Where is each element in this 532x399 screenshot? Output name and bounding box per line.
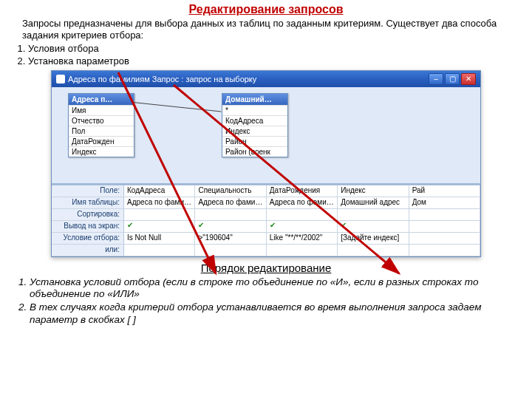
grid-cell[interactable]	[267, 245, 338, 256]
table-field[interactable]: Район	[222, 136, 287, 146]
grid-cell[interactable]: ДатаРождения	[267, 185, 338, 197]
grid-checkbox[interactable]	[195, 221, 266, 232]
minimize-button[interactable]: –	[429, 73, 443, 85]
table-title: Домашний…	[222, 94, 287, 105]
grid-label-or: или:	[52, 245, 124, 256]
grid-cell[interactable]	[338, 209, 409, 220]
grid-checkbox[interactable]	[124, 221, 195, 232]
grid-cell[interactable]: Дом	[409, 197, 480, 208]
table-field[interactable]: Отчество	[69, 115, 134, 126]
window-caption: Адреса по фамилиям Запрос : запрос на вы…	[68, 75, 256, 83]
grid-cell[interactable]: >"190604"	[195, 233, 266, 244]
grid-cell[interactable]: Рай	[409, 185, 480, 197]
list-item: Условия отбора	[28, 42, 532, 55]
table-field[interactable]: КодАдреса	[222, 115, 287, 126]
intro-text: Запросы предназначены для выбора данных …	[0, 18, 532, 42]
app-icon	[56, 75, 65, 83]
grid-cell[interactable]: Like "**/**/2002"	[267, 233, 338, 244]
grid-cell[interactable]: Домашний адрес	[338, 197, 409, 208]
close-button[interactable]: ✕	[461, 73, 476, 85]
query-editor-window: Адреса по фамилиям Запрос : запрос на вы…	[51, 70, 481, 257]
grid-cell[interactable]: Индекс	[338, 185, 409, 197]
table-field[interactable]: Имя	[69, 105, 134, 115]
window-titlebar: Адреса по фамилиям Запрос : запрос на вы…	[52, 71, 480, 87]
grid-label-table: Имя таблицы:	[52, 197, 124, 208]
table-field[interactable]: Индекс	[69, 146, 134, 157]
grid-checkbox[interactable]	[409, 221, 480, 232]
grid-cell[interactable]: Адреса по фамили	[124, 197, 195, 208]
grid-cell[interactable]: [Задайте индекс]	[338, 233, 409, 244]
grid-cell[interactable]	[124, 209, 195, 220]
grid-cell[interactable]	[338, 245, 409, 256]
maximize-button[interactable]: ▢	[445, 73, 460, 85]
grid-checkbox[interactable]	[267, 221, 338, 232]
table-field[interactable]: Пол	[69, 126, 134, 136]
table-box-2[interactable]: Домашний… * КодАдреса Индекс Район Район…	[222, 93, 288, 157]
table-field[interactable]: Индекс	[222, 126, 287, 136]
sub-heading: Порядок редактирование	[0, 262, 532, 274]
list-item: В тех случаях когда критерий отбора уста…	[30, 301, 511, 327]
grid-label-field: Поле:	[52, 185, 124, 197]
table-field[interactable]: ДатаРожден	[69, 136, 134, 146]
grid-cell[interactable]	[409, 233, 480, 244]
grid-cell[interactable]	[267, 209, 338, 220]
grid-cell[interactable]: Специальность	[195, 185, 266, 197]
grid-cell[interactable]	[195, 209, 266, 220]
grid-cell[interactable]: Is Not Null	[124, 233, 195, 244]
grid-checkbox[interactable]	[338, 221, 409, 232]
grid-label-sort: Сортировка:	[52, 209, 124, 220]
relation-line	[133, 102, 221, 112]
grid-cell[interactable]: Адреса по фамили	[195, 197, 266, 208]
page-title: Редактирование запросов	[0, 0, 532, 18]
relations-pane: Адреса п… Имя Отчество Пол ДатаРожден Ин…	[52, 87, 480, 185]
grid-cell[interactable]	[124, 245, 195, 256]
table-title: Адреса п…	[69, 94, 134, 105]
grid-label-cond: Условие отбора:	[52, 233, 124, 244]
grid-cell[interactable]: КодАдреса	[124, 185, 195, 197]
table-field[interactable]: *	[222, 105, 287, 115]
grid-cell[interactable]	[409, 245, 480, 256]
table-field[interactable]: Район (военк	[222, 146, 287, 157]
grid-cell[interactable]	[409, 209, 480, 220]
grid-cell[interactable]: Адреса по фамили	[267, 197, 338, 208]
query-grid: Поле: КодАдреса Специальность ДатаРожден…	[52, 185, 480, 256]
grid-label-show: Вывод на экран:	[52, 221, 124, 232]
procedure-list: Установка условий отбора (если в строке …	[0, 276, 532, 327]
table-box-1[interactable]: Адреса п… Имя Отчество Пол ДатаРожден Ин…	[68, 93, 134, 157]
criteria-list: Условия отбора Установка параметров	[0, 42, 532, 67]
grid-cell[interactable]	[195, 245, 266, 256]
list-item: Установка параметров	[28, 55, 532, 67]
list-item: Установка условий отбора (если в строке …	[30, 276, 511, 301]
